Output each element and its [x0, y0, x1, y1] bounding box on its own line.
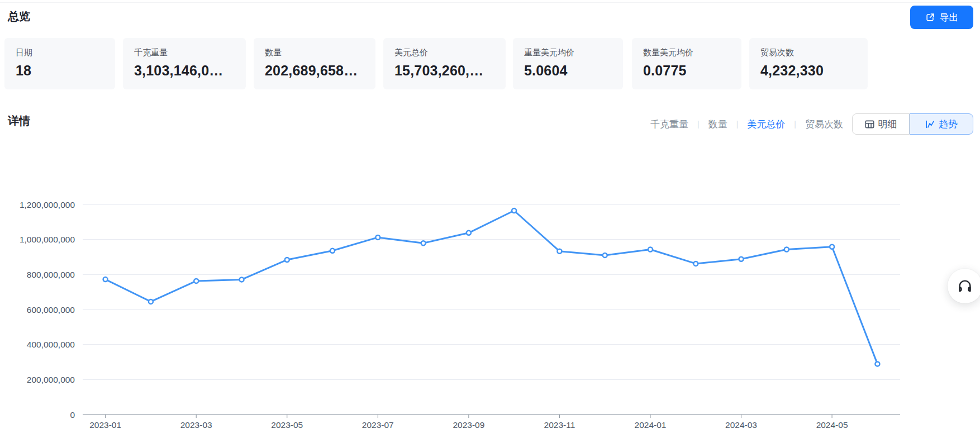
y-axis-label: 1,000,000,000 — [20, 235, 75, 244]
details-title: 详情 — [8, 113, 30, 128]
tab-separator: | — [697, 120, 700, 128]
stat-card-quantity: 数量 202,689,658… — [254, 38, 375, 89]
x-axis-label: 2023-01 — [89, 420, 121, 430]
stat-label: 贸易次数 — [760, 47, 857, 58]
trend-view-label: 趋势 — [939, 118, 958, 131]
stat-label: 美元总价 — [394, 47, 494, 58]
x-axis-label: 2024-03 — [725, 420, 757, 430]
dashboard-page: 总览 导出 日期 18 千克重量 3,103,146,0… 数量 202,689… — [0, 0, 980, 438]
tab-separator: | — [736, 120, 739, 128]
export-button-label: 导出 — [940, 11, 959, 24]
stat-card-kg-weight: 千克重量 3,103,146,0… — [123, 38, 246, 89]
stat-value: 0.0775 — [643, 63, 730, 79]
data-point[interactable] — [285, 258, 289, 262]
stat-value: 4,232,330 — [760, 63, 857, 79]
stat-value: 3,103,146,0… — [134, 63, 235, 79]
data-point[interactable] — [603, 253, 607, 258]
data-point[interactable] — [375, 235, 380, 240]
trend-view-button[interactable]: 趋势 — [910, 113, 973, 135]
stat-label: 数量美元均价 — [643, 47, 730, 58]
x-axis-label: 2024-01 — [635, 420, 667, 430]
data-point[interactable] — [194, 279, 198, 283]
stat-card-trade-count: 贸易次数 4,232,330 — [749, 38, 868, 89]
y-axis-label: 0 — [70, 410, 75, 420]
y-axis-label: 600,000,000 — [27, 305, 75, 315]
data-point[interactable] — [739, 257, 744, 261]
data-point[interactable] — [557, 249, 562, 254]
export-icon — [925, 12, 935, 22]
export-button[interactable]: 导出 — [910, 6, 973, 29]
x-axis-label: 2023-05 — [271, 420, 303, 430]
stat-label: 日期 — [16, 47, 104, 58]
metric-tab-kg-weight[interactable]: 千克重量 — [650, 118, 688, 131]
data-point[interactable] — [784, 247, 789, 252]
stat-card-usd-avg-by-quantity: 数量美元均价 0.0775 — [632, 38, 741, 89]
metric-tab-trade-count[interactable]: 贸易次数 — [805, 118, 843, 131]
stat-label: 千克重量 — [134, 47, 235, 58]
y-axis-label: 400,000,000 — [27, 340, 75, 349]
data-point[interactable] — [240, 277, 244, 282]
page-title: 总览 — [8, 9, 30, 24]
trend-icon — [925, 120, 935, 129]
top-divider — [0, 2, 980, 3]
headset-icon — [957, 278, 973, 294]
y-axis-label: 200,000,000 — [27, 375, 75, 384]
table-icon — [865, 120, 874, 129]
data-point[interactable] — [103, 277, 108, 282]
detail-view-label: 明细 — [878, 118, 897, 131]
data-point[interactable] — [648, 247, 653, 252]
stat-card-usd-total: 美元总价 15,703,260,… — [383, 38, 506, 89]
stat-value: 18 — [16, 63, 104, 79]
x-axis-label: 2023-07 — [362, 420, 394, 430]
x-axis-label: 2024-05 — [816, 420, 848, 430]
stat-label: 重量美元均价 — [524, 47, 612, 58]
data-point[interactable] — [875, 361, 879, 366]
series-line — [106, 211, 878, 364]
y-axis-label: 800,000,000 — [27, 270, 75, 279]
y-axis-label: 1,200,000,000 — [20, 200, 75, 210]
metric-tab-quantity[interactable]: 数量 — [708, 118, 727, 131]
stat-card-usd-avg-by-weight: 重量美元均价 5.0604 — [513, 38, 623, 89]
stat-value: 5.0604 — [524, 63, 612, 79]
tab-separator: | — [794, 120, 796, 128]
stat-value: 15,703,260,… — [394, 63, 494, 79]
data-point[interactable] — [512, 208, 516, 213]
stat-value: 202,689,658… — [265, 63, 364, 79]
x-axis-label: 2023-03 — [180, 420, 212, 430]
x-axis-label: 2023-11 — [544, 420, 575, 430]
x-axis-label: 2023-09 — [453, 420, 484, 430]
metric-tab-usd-total[interactable]: 美元总价 — [747, 118, 785, 131]
data-point[interactable] — [830, 245, 834, 249]
data-point[interactable] — [693, 261, 698, 266]
view-toggle: 明细 趋势 — [852, 113, 973, 135]
stat-card-date: 日期 18 — [4, 38, 115, 89]
trend-chart[interactable]: 0200,000,000400,000,000600,000,000800,00… — [0, 145, 980, 438]
data-point[interactable] — [421, 241, 426, 245]
data-point[interactable] — [149, 299, 153, 304]
data-point[interactable] — [467, 231, 471, 235]
metric-tabs: 千克重量 | 数量 | 美元总价 | 贸易次数 — [650, 113, 843, 135]
line-chart-canvas[interactable]: 0200,000,000400,000,000600,000,000800,00… — [0, 145, 980, 438]
stat-label: 数量 — [265, 47, 364, 58]
headset-button[interactable] — [948, 269, 980, 303]
detail-view-button[interactable]: 明细 — [852, 113, 910, 135]
data-point[interactable] — [330, 249, 335, 253]
